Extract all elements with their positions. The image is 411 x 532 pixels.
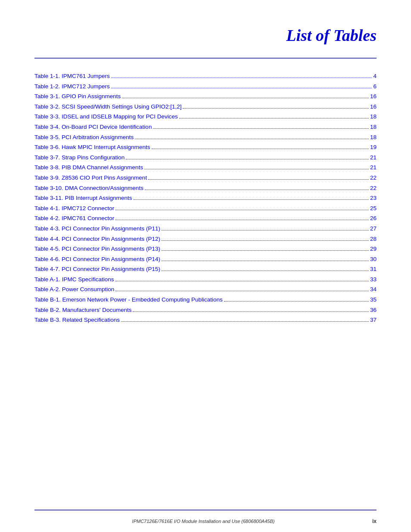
toc-dots — [162, 261, 369, 261]
toc-dots — [162, 240, 369, 241]
toc-item: Table A-1. IPMC Specifications33 — [34, 275, 377, 284]
toc-link[interactable]: Table 3-5. PCI Arbitration Assignments — [34, 133, 134, 142]
page: List of Tables Table 1-1. IPMC761 Jumper… — [0, 0, 411, 532]
footer-page-number: ix — [372, 518, 377, 524]
toc-dots — [133, 311, 369, 312]
toc-item: Table 3-4. On-Board PCI Device Identific… — [34, 122, 377, 132]
toc-link[interactable]: Table 4-3. PCI Connector Pin Assignments… — [34, 224, 160, 233]
page-title: List of Tables — [0, 0, 411, 53]
toc-dots — [152, 149, 369, 149]
toc-dots — [183, 108, 369, 109]
toc-dots — [153, 128, 369, 129]
toc-link[interactable]: Table 3-10. DMA Connection/Assignments — [34, 184, 143, 193]
toc-link[interactable]: Table 3-4. On-Board PCI Device Identific… — [34, 122, 152, 132]
toc-dots — [126, 159, 369, 159]
toc-item: Table 3-8. PIB DMA Channel Assignments21 — [34, 163, 377, 172]
toc-link[interactable]: Table 4-5. PCI Connector Pin Assignments… — [34, 244, 160, 254]
toc-list: Table 1-1. IPMC761 Jumpers4Table 1-2. IP… — [0, 67, 411, 334]
toc-item: Table 4-6. PCI Connector Pin Assignments… — [34, 255, 377, 264]
toc-link[interactable]: Table 4-6. PCI Connector Pin Assignments… — [34, 255, 160, 264]
toc-page-number: 29 — [370, 244, 377, 254]
toc-link[interactable]: Table 3-6. Hawk MPIC Interrupt Assignmen… — [34, 143, 150, 152]
toc-dots — [148, 179, 369, 180]
toc-link[interactable]: Table B-1. Emerson Network Power - Embed… — [34, 295, 223, 305]
toc-page-number: 34 — [370, 285, 377, 294]
toc-link[interactable]: Table 3-1. GPIO Pin Assignments — [34, 92, 121, 101]
toc-link[interactable]: Table 3-9. Z8536 CIO Port Pins Assignmen… — [34, 173, 147, 183]
toc-page-number: 27 — [370, 224, 377, 233]
toc-page-number: 16 — [370, 102, 377, 112]
bottom-divider — [34, 510, 377, 510]
toc-item: Table 3-3. IDSEL and IDSELB Mapping for … — [34, 112, 377, 121]
toc-link[interactable]: Table 1-2. IPMC712 Jumpers — [34, 82, 110, 91]
toc-item: Table B-3. Related Specifications37 — [34, 315, 377, 325]
toc-dots — [144, 169, 369, 169]
toc-page-number: 37 — [370, 315, 377, 325]
toc-item: Table 4-5. PCI Connector Pin Assignments… — [34, 244, 377, 254]
toc-item: Table 4-7. PCI Connector Pin Assignments… — [34, 264, 377, 274]
toc-dots — [135, 139, 369, 139]
toc-page-number: 18 — [370, 112, 377, 121]
toc-item: Table 4-4. PCI Connector Pin Assignments… — [34, 234, 377, 244]
toc-page-number: 22 — [370, 173, 377, 183]
toc-page-number: 35 — [370, 295, 377, 305]
toc-item: Table 3-11. PIB Interrupt Assignments23 — [34, 193, 377, 203]
toc-item: Table 3-2. SCSI Speed/Width Settings Usi… — [34, 102, 377, 112]
toc-page-number: 26 — [370, 214, 377, 223]
toc-dots — [224, 301, 369, 302]
toc-page-number: 18 — [370, 122, 377, 132]
toc-dots — [115, 291, 369, 291]
toc-page-number: 19 — [370, 143, 377, 152]
toc-page-number: 18 — [370, 133, 377, 142]
toc-item: Table 1-1. IPMC761 Jumpers4 — [34, 72, 377, 81]
toc-link[interactable]: Table 4-4. PCI Connector Pin Assignments… — [34, 234, 160, 244]
toc-page-number: 36 — [370, 305, 377, 315]
toc-link[interactable]: Table A-2. Power Consumption — [34, 285, 114, 294]
toc-link[interactable]: Table 4-2. IPMC761 Connector — [34, 214, 114, 223]
toc-link[interactable]: Table A-1. IPMC Specifications — [34, 275, 114, 284]
toc-dots — [179, 118, 369, 118]
toc-dots — [115, 281, 369, 281]
toc-item: Table B-2. Manufacturers' Documents36 — [34, 305, 377, 315]
toc-dots — [115, 210, 369, 210]
toc-link[interactable]: Table B-3. Related Specifications — [34, 315, 120, 325]
toc-dots — [122, 98, 369, 98]
toc-link[interactable]: Table 3-8. PIB DMA Channel Assignments — [34, 163, 143, 172]
toc-item: Table 4-2. IPMC761 Connector26 — [34, 214, 377, 223]
toc-item: Table 3-1. GPIO Pin Assignments16 — [34, 92, 377, 101]
toc-link[interactable]: Table 4-7. PCI Connector Pin Assignments… — [34, 264, 160, 274]
toc-page-number: 31 — [370, 264, 377, 274]
toc-page-number: 33 — [370, 275, 377, 284]
toc-dots — [111, 78, 372, 78]
toc-dots — [145, 190, 369, 190]
toc-dots — [162, 271, 369, 271]
toc-link[interactable]: Table B-2. Manufacturers' Documents — [34, 305, 131, 315]
toc-item: Table B-1. Emerson Network Power - Embed… — [34, 295, 377, 305]
toc-item: Table 3-6. Hawk MPIC Interrupt Assignmen… — [34, 143, 377, 152]
toc-dots — [115, 220, 369, 220]
toc-item: Table A-2. Power Consumption34 — [34, 285, 377, 294]
toc-item: Table 1-2. IPMC712 Jumpers6 — [34, 82, 377, 91]
toc-item: Table 4-3. PCI Connector Pin Assignments… — [34, 224, 377, 233]
toc-dots — [162, 250, 369, 251]
footer: IPMC7126E/7616E I/O Module Installation … — [0, 518, 411, 524]
toc-item: Table 3-10. DMA Connection/Assignments22 — [34, 184, 377, 193]
toc-page-number: 6 — [373, 82, 377, 91]
toc-item: Table 3-7. Strap Pins Configuration21 — [34, 153, 377, 162]
toc-link[interactable]: Table 3-7. Strap Pins Configuration — [34, 153, 125, 162]
toc-link[interactable]: Table 3-2. SCSI Speed/Width Settings Usi… — [34, 102, 181, 112]
toc-page-number: 28 — [370, 234, 377, 244]
top-divider — [34, 58, 377, 59]
toc-link[interactable]: Table 3-3. IDSEL and IDSELB Mapping for … — [34, 112, 178, 121]
toc-item: Table 3-5. PCI Arbitration Assignments18 — [34, 133, 377, 142]
toc-dots — [111, 88, 372, 88]
toc-link[interactable]: Table 1-1. IPMC761 Jumpers — [34, 72, 110, 81]
toc-link[interactable]: Table 3-11. PIB Interrupt Assignments — [34, 193, 132, 203]
toc-page-number: 21 — [370, 153, 377, 162]
toc-page-number: 21 — [370, 163, 377, 172]
toc-link[interactable]: Table 4-1. IPMC712 Connector — [34, 204, 114, 213]
toc-page-number: 30 — [370, 255, 377, 264]
toc-dots — [134, 199, 369, 200]
toc-item: Table 4-1. IPMC712 Connector25 — [34, 204, 377, 213]
toc-page-number: 4 — [373, 72, 377, 81]
